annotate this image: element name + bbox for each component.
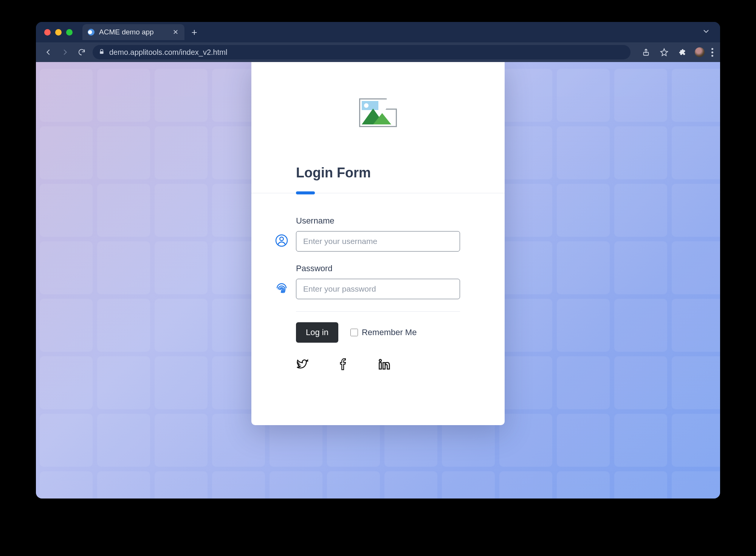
social-row: [296, 358, 460, 371]
extensions-button[interactable]: [677, 47, 688, 58]
password-input[interactable]: [296, 279, 460, 299]
login-button[interactable]: Log in: [296, 322, 338, 343]
password-field: Password: [296, 264, 460, 299]
fingerprint-icon: [275, 281, 289, 297]
page-viewport: Login Form Username Password: [36, 62, 720, 499]
action-row: Log in Remember Me: [296, 322, 460, 343]
remember-label: Remember Me: [362, 328, 417, 337]
svg-point-3: [280, 237, 284, 241]
address-url: demo.applitools.com/index_v2.html: [109, 48, 624, 57]
tabs-overflow-button[interactable]: [702, 27, 710, 37]
svg-point-4: [379, 359, 381, 362]
browser-toolbar: demo.applitools.com/index_v2.html: [36, 42, 720, 62]
tab-strip: ACME demo app ✕ +: [36, 22, 720, 42]
user-icon: [275, 234, 289, 249]
share-button[interactable]: [640, 47, 652, 58]
login-card: Login Form Username Password: [251, 62, 505, 425]
lock-icon: [99, 48, 105, 57]
remember-checkbox[interactable]: [350, 329, 358, 336]
browser-tab[interactable]: ACME demo app ✕: [82, 24, 184, 40]
tab-close-button[interactable]: ✕: [173, 29, 178, 36]
bookmark-button[interactable]: [658, 47, 670, 58]
window-maximize-button[interactable]: [66, 29, 73, 36]
facebook-icon[interactable]: [337, 358, 350, 371]
tab-title: ACME demo app: [99, 28, 168, 36]
svg-rect-0: [100, 51, 103, 54]
form-title: Login Form: [296, 165, 460, 181]
remember-me[interactable]: Remember Me: [350, 328, 417, 337]
window-minimize-button[interactable]: [55, 29, 62, 36]
address-bar[interactable]: demo.applitools.com/index_v2.html: [93, 45, 631, 59]
window-controls: [44, 29, 73, 36]
nav-forward-button[interactable]: [59, 47, 71, 58]
twitter-icon[interactable]: [296, 358, 309, 371]
profile-avatar[interactable]: [695, 47, 705, 57]
tab-favicon-icon: [88, 29, 94, 36]
logo-area: [251, 98, 505, 127]
broken-image-icon: [359, 98, 397, 127]
username-label: Username: [296, 216, 460, 226]
browser-window: ACME demo app ✕ + demo.applitools.com/in…: [36, 22, 720, 499]
browser-menu-button[interactable]: [711, 48, 713, 57]
linkedin-icon[interactable]: [378, 358, 390, 371]
window-close-button[interactable]: [44, 29, 51, 36]
title-underline: [251, 193, 505, 193]
username-input[interactable]: [296, 231, 460, 252]
nav-back-button[interactable]: [43, 47, 54, 58]
username-field: Username: [296, 216, 460, 252]
nav-reload-button[interactable]: [76, 47, 87, 58]
form-divider: [296, 311, 460, 312]
new-tab-button[interactable]: +: [187, 25, 202, 40]
password-label: Password: [296, 264, 460, 273]
